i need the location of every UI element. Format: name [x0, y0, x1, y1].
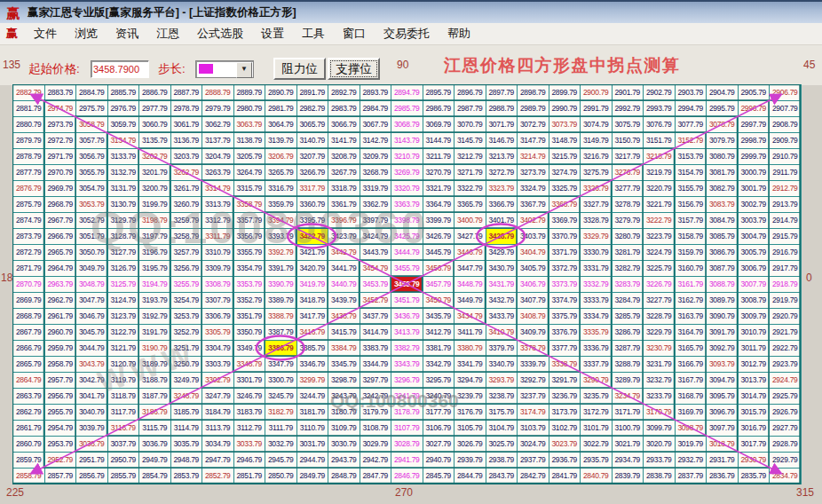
grid-cell[interactable]: 2939.79: [454, 453, 486, 469]
grid-cell[interactable]: 3165.79: [676, 341, 707, 357]
grid-cell[interactable]: 3409.79: [518, 325, 549, 341]
grid-cell[interactable]: 3289.79: [613, 373, 644, 389]
grid-cell[interactable]: 3155.79: [676, 181, 707, 197]
grid-cell[interactable]: 3457.79: [423, 277, 455, 293]
grid-cell[interactable]: 3107.79: [391, 421, 423, 437]
grid-cell[interactable]: 3059.79: [108, 117, 140, 133]
grid-cell[interactable]: 3353.79: [234, 277, 266, 293]
grid-cell[interactable]: 3016.79: [739, 421, 771, 437]
grid-cell[interactable]: 3429.79: [486, 245, 518, 261]
grid-cell[interactable]: 3090.79: [707, 309, 739, 325]
grid-cell[interactable]: 3379.79: [486, 341, 518, 357]
grid-cell[interactable]: 3078.79: [707, 117, 739, 133]
grid-cell[interactable]: 3301.79: [234, 373, 266, 389]
grid-cell[interactable]: 3334.79: [581, 309, 613, 325]
grid-cell[interactable]: 2930.79: [739, 453, 771, 469]
grid-cell[interactable]: 2998.79: [739, 133, 771, 149]
grid-cell[interactable]: 3400.79: [454, 213, 486, 229]
grid-cell[interactable]: 2956.79: [45, 389, 77, 405]
grid-cell[interactable]: 2962.79: [45, 293, 77, 309]
grid-cell[interactable]: 3055.79: [76, 165, 108, 181]
grid-cell[interactable]: 3373.79: [549, 277, 581, 293]
grid-cell[interactable]: 2838.79: [644, 469, 676, 484]
grid-cell[interactable]: 3386.79: [265, 341, 297, 357]
grid-cell[interactable]: 2854.79: [139, 469, 171, 484]
grid-cell[interactable]: 3261.79: [171, 181, 203, 197]
grid-cell[interactable]: 2889.79: [234, 85, 266, 101]
grid-cell[interactable]: 3135.79: [139, 133, 171, 149]
grid-cell[interactable]: 3371.79: [549, 245, 581, 261]
grid-cell[interactable]: 3430.79: [486, 261, 518, 277]
grid-cell[interactable]: 2882.79: [13, 85, 45, 101]
grid-cell[interactable]: 3221.79: [644, 197, 676, 213]
grid-cell[interactable]: 3416.79: [297, 325, 329, 341]
grid-cell[interactable]: 3403.79: [518, 229, 549, 245]
grid-cell[interactable]: 3174.79: [518, 405, 549, 421]
grid-cell[interactable]: 3109.79: [328, 421, 360, 437]
grid-cell[interactable]: 3180.79: [328, 405, 360, 421]
grid-cell[interactable]: 3277.79: [613, 181, 644, 197]
grid-cell[interactable]: 2849.79: [297, 469, 329, 484]
grid-cell[interactable]: 3163.79: [676, 309, 707, 325]
grid-cell[interactable]: 3133.79: [108, 149, 140, 165]
grid-cell[interactable]: 3101.79: [581, 421, 613, 437]
grid-cell[interactable]: 3134.79: [108, 133, 140, 149]
grid-cell[interactable]: 2979.79: [202, 101, 234, 117]
grid-cell[interactable]: 3056.79: [76, 149, 108, 165]
grid-cell[interactable]: 3337.79: [581, 357, 613, 373]
grid-cell[interactable]: 3456.79: [423, 261, 455, 277]
grid-cell[interactable]: 3194.79: [139, 277, 171, 293]
grid-cell[interactable]: 3195.79: [139, 261, 171, 277]
grid-cell[interactable]: 3131.79: [108, 181, 140, 197]
grid-cell[interactable]: 2923.79: [770, 357, 802, 373]
grid-cell[interactable]: 3363.79: [391, 197, 423, 213]
grid-cell[interactable]: 3452.79: [360, 293, 392, 309]
grid-cell[interactable]: 3033.79: [234, 437, 266, 453]
grid-cell[interactable]: 2920.79: [770, 309, 802, 325]
grid-cell[interactable]: 2880.79: [13, 117, 45, 133]
start-price-input[interactable]: [91, 60, 149, 78]
grid-cell[interactable]: 2921.79: [770, 325, 802, 341]
grid-cell[interactable]: 3196.79: [139, 245, 171, 261]
menu-item[interactable]: 帮助: [439, 24, 479, 43]
grid-cell[interactable]: 2973.79: [45, 117, 77, 133]
grid-cell[interactable]: 3082.79: [707, 181, 739, 197]
grid-cell[interactable]: 3356.79: [234, 229, 266, 245]
grid-cell[interactable]: 3190.79: [139, 341, 171, 357]
grid-cell[interactable]: 3316.79: [265, 181, 297, 197]
grid-cell[interactable]: 2989.79: [518, 101, 549, 117]
grid-cell[interactable]: 3126.79: [108, 261, 140, 277]
grid-cell[interactable]: 3035.79: [171, 437, 203, 453]
grid-cell[interactable]: 3219.79: [644, 165, 676, 181]
menu-item[interactable]: 交易委托: [375, 24, 439, 43]
grid-cell[interactable]: 3385.79: [297, 341, 329, 357]
grid-cell[interactable]: 3448.79: [454, 277, 486, 293]
grid-cell[interactable]: 3397.79: [360, 213, 392, 229]
grid-cell[interactable]: 3231.79: [644, 357, 676, 373]
grid-cell[interactable]: 3241.79: [391, 389, 423, 405]
grid-cell[interactable]: 2886.79: [139, 85, 171, 101]
grid-cell[interactable]: 2877.79: [13, 165, 45, 181]
grid-cell[interactable]: 2890.79: [265, 85, 297, 101]
grid-cell[interactable]: 3318.79: [328, 181, 360, 197]
grid-cell[interactable]: 3255.79: [171, 277, 203, 293]
grid-cell[interactable]: 3065.79: [297, 117, 329, 133]
grid-cell[interactable]: 3112.79: [234, 421, 266, 437]
grid-cell[interactable]: 3038.79: [76, 437, 108, 453]
grid-cell[interactable]: 2897.79: [486, 85, 518, 101]
grid-cell[interactable]: 3314.79: [202, 181, 234, 197]
grid-cell[interactable]: 3139.79: [265, 133, 297, 149]
grid-cell[interactable]: 3266.79: [297, 165, 329, 181]
grid-cell[interactable]: 3186.79: [139, 405, 171, 421]
grid-cell[interactable]: 3173.79: [549, 405, 581, 421]
grid-cell[interactable]: 2912.79: [770, 181, 802, 197]
grid-cell[interactable]: 3418.79: [297, 293, 329, 309]
grid-cell[interactable]: 2851.79: [234, 469, 266, 484]
grid-cell[interactable]: 3097.79: [707, 421, 739, 437]
grid-cell[interactable]: 3427.79: [454, 229, 486, 245]
grid-cell[interactable]: 2929.79: [770, 453, 802, 469]
grid-cell[interactable]: 3226.79: [644, 277, 676, 293]
grid-cell[interactable]: 3088.79: [707, 277, 739, 293]
grid-cell[interactable]: 3019.79: [676, 437, 707, 453]
grid-cell[interactable]: 3263.79: [202, 165, 234, 181]
